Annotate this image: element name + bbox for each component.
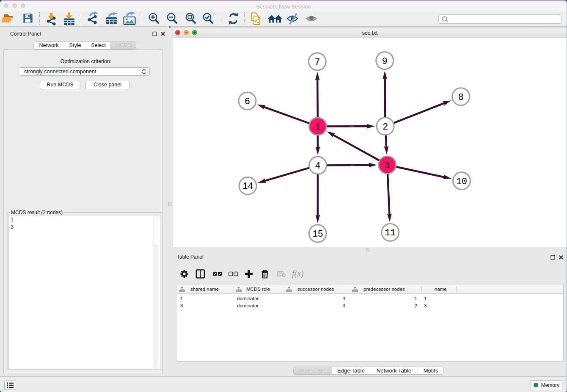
svg-text:1: 1 (315, 122, 320, 132)
svg-text:9: 9 (382, 56, 388, 66)
svg-text:6: 6 (245, 97, 250, 107)
svg-text:2: 2 (383, 122, 388, 132)
svg-text:14: 14 (242, 181, 253, 191)
svg-text:3: 3 (385, 160, 390, 171)
svg-text:4: 4 (315, 161, 321, 171)
svg-text:11: 11 (385, 228, 396, 238)
svg-text:f(x): f(x) (292, 269, 304, 279)
svg-text:8: 8 (458, 92, 464, 102)
svg-text:10: 10 (456, 177, 467, 187)
svg-text:7: 7 (314, 57, 320, 67)
svg-text:15: 15 (312, 229, 323, 239)
